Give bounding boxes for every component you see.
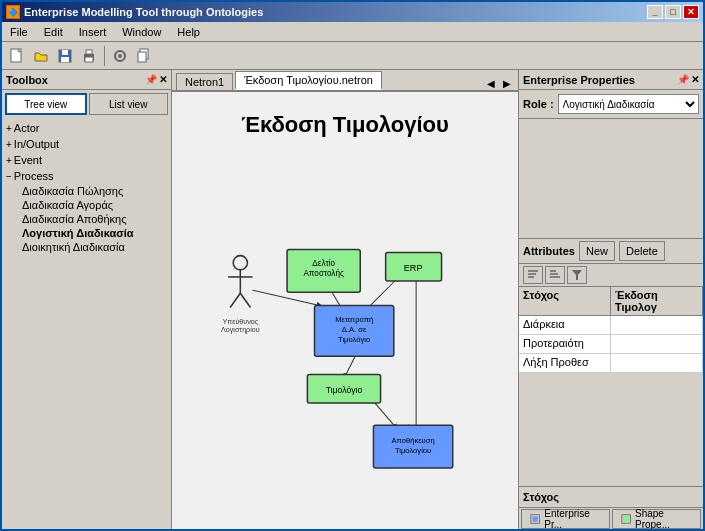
- attributes-header: Attributes New Delete: [519, 239, 703, 264]
- table-row: Διάρκεια: [519, 316, 703, 335]
- bottom-tab-shape-label: Shape Prope...: [635, 508, 692, 530]
- open-button[interactable]: [30, 45, 52, 67]
- header-stohos: Στόχος: [519, 287, 611, 315]
- toolbar-separator-1: [104, 46, 105, 66]
- tab-netron1[interactable]: Netron1: [176, 73, 233, 90]
- tree-item-actor[interactable]: + Actor: [4, 120, 169, 136]
- role-row: Role : Λογιστική Διαδικασία: [519, 90, 703, 119]
- menu-insert[interactable]: Insert: [75, 24, 111, 40]
- svg-point-9: [118, 54, 122, 58]
- tree-label-actor: Actor: [14, 122, 40, 134]
- cell-lixiprothes-value[interactable]: [611, 354, 703, 372]
- svg-point-12: [233, 256, 247, 270]
- tree-label-inoutput: In/Output: [14, 138, 59, 150]
- tree-item-event[interactable]: + Event: [4, 152, 169, 168]
- svg-point-43: [622, 515, 629, 522]
- node-deltio[interactable]: Δελτίο Αποστολής: [287, 250, 360, 293]
- svg-marker-39: [572, 270, 582, 280]
- bottom-tab-shape[interactable]: Shape Prope...: [612, 509, 701, 529]
- tab-prev-icon[interactable]: ◀: [484, 77, 498, 90]
- svg-text:Τιμολόγιο: Τιμολόγιο: [326, 385, 363, 395]
- svg-text:Λογιστηρίου: Λογιστηρίου: [221, 326, 260, 334]
- tab-ekdosi-label: Έκδοση Τιμολογίου.netron: [244, 74, 373, 86]
- tree-item-inoutput[interactable]: + In/Output: [4, 136, 169, 152]
- menu-window[interactable]: Window: [118, 24, 165, 40]
- tree-item-process[interactable]: − Process: [4, 168, 169, 184]
- tree-child-dioikitiki[interactable]: Διοικητική Διαδικασία: [20, 240, 169, 254]
- tab-bar: Netron1 Έκδοση Τιμολογίου.netron ◀ ▶: [172, 70, 518, 92]
- table-header: Στόχος Έκδοση Τιμολογ: [519, 287, 703, 316]
- cell-proteraiotita-label[interactable]: Προτεραιότη: [519, 335, 611, 353]
- attributes-label: Attributes: [523, 245, 575, 257]
- close-button[interactable]: ✕: [683, 5, 699, 19]
- svg-line-16: [240, 293, 250, 307]
- toolbox-close-icon[interactable]: ✕: [159, 74, 167, 85]
- expand-icon-process: −: [6, 171, 12, 182]
- svg-rect-11: [138, 52, 146, 62]
- cell-lixiprothes-label[interactable]: Λήξη Προθεσ: [519, 354, 611, 372]
- tree-child-apothikis[interactable]: Διαδικασία Αποθήκης: [20, 212, 169, 226]
- main-window: 🔷 Enterprise Modelling Tool through Onto…: [0, 0, 705, 531]
- svg-line-15: [230, 293, 240, 307]
- new-button[interactable]: [6, 45, 28, 67]
- node-timologio[interactable]: Τιμολόγιο: [307, 375, 380, 403]
- properties-title: Enterprise Properties: [523, 74, 635, 86]
- svg-rect-7: [85, 57, 93, 62]
- cell-diarkeia-label[interactable]: Διάρκεια: [519, 316, 611, 334]
- new-attribute-button[interactable]: New: [579, 241, 615, 261]
- svg-rect-4: [61, 57, 69, 62]
- node-apothikeusi[interactable]: Αποθήκευση Τιμολογίου: [373, 425, 452, 468]
- enterprise-tab-icon: [530, 513, 540, 525]
- properties-close-icon[interactable]: ✕: [691, 74, 699, 85]
- maximize-button[interactable]: □: [665, 5, 681, 19]
- cell-proteraiotita-value[interactable]: [611, 335, 703, 353]
- print-button[interactable]: [78, 45, 100, 67]
- tab-ekdosi[interactable]: Έκδοση Τιμολογίου.netron: [235, 71, 382, 90]
- sort-desc-button[interactable]: [545, 266, 565, 284]
- properties-header-right: 📌 ✕: [677, 74, 699, 85]
- tab-netron1-label: Netron1: [185, 76, 224, 88]
- delete-attribute-button[interactable]: Delete: [619, 241, 665, 261]
- process-children: Διαδικασία Πώλησης Διαδικασία Αγοράς Δια…: [4, 184, 169, 254]
- sort-asc-button[interactable]: [523, 266, 543, 284]
- properties-spacer: [519, 387, 703, 487]
- properties-pin-icon[interactable]: 📌: [677, 74, 689, 85]
- footer-label: Στόχος: [523, 491, 559, 503]
- line-metatropi-timologio: [345, 356, 355, 376]
- settings-button[interactable]: [109, 45, 131, 67]
- tree-view-button[interactable]: Tree view: [5, 93, 87, 115]
- properties-table: Στόχος Έκδοση Τιμολογ Διάρκεια Προτεραιό…: [519, 287, 703, 387]
- minimize-button[interactable]: _: [647, 5, 663, 19]
- table-row: Λήξη Προθεσ: [519, 354, 703, 373]
- menu-file[interactable]: File: [6, 24, 32, 40]
- actor-group[interactable]: Υπεύθυνος Λογιστηρίου: [221, 256, 260, 334]
- menu-edit[interactable]: Edit: [40, 24, 67, 40]
- toolbox-pin-icon[interactable]: 📌: [145, 74, 157, 85]
- tree-child-agoras[interactable]: Διαδικασία Αγοράς: [20, 198, 169, 212]
- tree-label-event: Event: [14, 154, 42, 166]
- toolbox-view-buttons: Tree view List view: [2, 90, 171, 118]
- node-metatropi[interactable]: Μετατροπή Δ.Α. σε Τιμολόγιο: [315, 305, 394, 356]
- svg-rect-3: [62, 50, 68, 55]
- save-button[interactable]: [54, 45, 76, 67]
- cell-diarkeia-value[interactable]: [611, 316, 703, 334]
- menu-help[interactable]: Help: [173, 24, 204, 40]
- svg-rect-6: [86, 50, 92, 54]
- canvas-area[interactable]: Έκδοση Τιμολογίου Υπεύθυνος Λογιστηρίου: [172, 92, 518, 529]
- tab-nav: ◀ ▶: [484, 77, 514, 90]
- window-title: Enterprise Modelling Tool through Ontolo…: [24, 6, 263, 18]
- copy-button[interactable]: [133, 45, 155, 67]
- bottom-tabs: Enterprise Pr... Shape Prope...: [519, 507, 703, 529]
- toolbox-title: Toolbox: [6, 74, 48, 86]
- role-select[interactable]: Λογιστική Διαδικασία: [558, 94, 699, 114]
- filter-button[interactable]: [567, 266, 587, 284]
- bottom-tab-enterprise[interactable]: Enterprise Pr...: [521, 509, 610, 529]
- tree-child-logistiki[interactable]: Λογιστική Διαδικασία: [20, 226, 169, 240]
- properties-footer: Στόχος: [519, 486, 703, 507]
- node-erp[interactable]: ERP: [386, 253, 442, 281]
- properties-diagram-area: [519, 119, 703, 239]
- svg-text:Τιμολόγιο: Τιμολόγιο: [338, 335, 370, 344]
- tab-next-icon[interactable]: ▶: [500, 77, 514, 90]
- list-view-button[interactable]: List view: [89, 93, 169, 115]
- tree-child-polisis[interactable]: Διαδικασία Πώλησης: [20, 184, 169, 198]
